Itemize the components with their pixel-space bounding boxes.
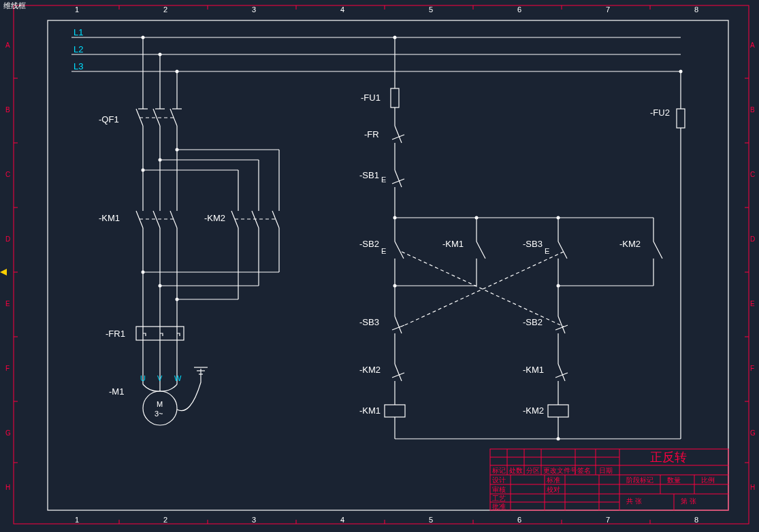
svg-text:A: A <box>5 41 10 49</box>
svg-point-179 <box>679 70 683 73</box>
svg-text:F: F <box>5 365 10 372</box>
svg-text:6: 6 <box>517 516 521 524</box>
svg-point-71 <box>159 53 162 56</box>
svg-text:阶段标记: 阶段标记 <box>626 476 653 484</box>
label-km1-coil: -KM1 <box>359 405 381 416</box>
svg-text:标准: 标准 <box>546 476 560 484</box>
svg-text:E: E <box>545 247 549 255</box>
svg-text:1: 1 <box>75 516 79 524</box>
svg-text:8: 8 <box>694 5 698 14</box>
svg-text:E: E <box>381 247 386 255</box>
svg-text:4: 4 <box>340 5 344 14</box>
svg-point-88 <box>142 169 145 172</box>
svg-point-124 <box>393 36 397 39</box>
label-sb1: -SB1 <box>359 170 379 180</box>
svg-text:B: B <box>5 106 10 114</box>
component-fr1 <box>136 327 184 340</box>
svg-text:A: A <box>750 41 755 49</box>
svg-text:审核: 审核 <box>492 486 506 493</box>
svg-text:共   张: 共 张 <box>626 497 642 505</box>
label-fr1: -FR1 <box>106 329 125 339</box>
svg-text:分区: 分区 <box>526 467 540 474</box>
svg-text:3: 3 <box>252 5 256 14</box>
svg-text:3: 3 <box>252 516 256 524</box>
svg-point-72 <box>176 70 179 73</box>
label-sb3-right: -SB3 <box>523 239 543 249</box>
svg-text:工艺: 工艺 <box>492 495 506 502</box>
label-sb2-right: -SB2 <box>523 317 543 327</box>
label-v: V <box>157 374 163 382</box>
svg-text:批准: 批准 <box>492 503 506 510</box>
svg-text:5: 5 <box>429 5 433 14</box>
svg-text:B: B <box>750 106 755 114</box>
svg-text:E: E <box>750 300 755 307</box>
svg-point-107 <box>142 271 145 274</box>
label-fr: -FR <box>364 129 379 139</box>
label-m: M <box>157 400 163 408</box>
title-main: 正反转 <box>650 450 687 464</box>
svg-text:7: 7 <box>606 5 610 14</box>
label-l3: L3 <box>74 61 83 71</box>
svg-text:H: H <box>750 484 755 491</box>
label-sb3-left: -SB3 <box>359 317 379 327</box>
svg-text:D: D <box>5 235 10 243</box>
svg-text:日期: 日期 <box>599 467 613 474</box>
svg-text:7: 7 <box>606 516 610 524</box>
svg-text:设计: 设计 <box>492 476 506 484</box>
label-fu2: -FU2 <box>650 107 670 118</box>
svg-point-177 <box>557 437 560 441</box>
svg-text:E: E <box>5 300 10 307</box>
svg-text:F: F <box>750 365 754 372</box>
svg-rect-0 <box>0 0 759 532</box>
svg-text:C: C <box>750 171 755 178</box>
label-m3: 3~ <box>155 410 163 418</box>
label-km2-nc: -KM2 <box>359 365 381 375</box>
svg-text:H: H <box>5 484 10 491</box>
svg-text:6: 6 <box>517 5 521 14</box>
svg-text:处数: 处数 <box>509 467 523 474</box>
svg-point-70 <box>142 36 145 39</box>
svg-point-84 <box>176 148 179 152</box>
svg-text:D: D <box>750 235 755 243</box>
svg-text:2: 2 <box>163 5 167 14</box>
svg-text:校对: 校对 <box>546 486 560 493</box>
label-sb2-left: -SB2 <box>359 239 379 249</box>
svg-text:数量: 数量 <box>667 476 681 484</box>
label-fu1: -FU1 <box>361 93 381 103</box>
label-qf1: -QF1 <box>99 114 119 124</box>
svg-text:第   张: 第 张 <box>681 497 696 505</box>
label-km1-power: -KM1 <box>99 213 120 223</box>
svg-text:G: G <box>5 429 11 437</box>
label-u: U <box>140 374 146 382</box>
corner-label: 维线框 <box>3 1 26 10</box>
label-m1: -M1 <box>109 386 124 397</box>
svg-text:签名: 签名 <box>577 467 591 474</box>
svg-text:C: C <box>5 171 10 178</box>
svg-text:标记: 标记 <box>491 467 506 474</box>
svg-text:4: 4 <box>340 516 344 524</box>
svg-text:更改文件号: 更改文件号 <box>543 467 577 474</box>
label-l1: L1 <box>74 27 83 37</box>
svg-point-86 <box>159 159 162 162</box>
label-km2-coil: -KM2 <box>523 405 544 416</box>
svg-point-109 <box>159 284 162 288</box>
label-km2-power: -KM2 <box>204 213 225 223</box>
svg-text:5: 5 <box>429 516 433 524</box>
svg-text:8: 8 <box>694 516 698 524</box>
svg-point-111 <box>176 298 179 301</box>
svg-text:比例: 比例 <box>701 476 715 484</box>
label-km1-nc: -KM1 <box>523 365 544 375</box>
svg-text:G: G <box>750 429 756 437</box>
svg-text:2: 2 <box>163 516 167 524</box>
svg-text:E: E <box>381 176 386 184</box>
label-km2-hold: -KM2 <box>619 239 641 249</box>
label-l2: L2 <box>74 44 83 54</box>
label-km1-hold: -KM1 <box>442 239 464 249</box>
label-w: W <box>174 374 182 382</box>
svg-text:1: 1 <box>75 5 79 14</box>
